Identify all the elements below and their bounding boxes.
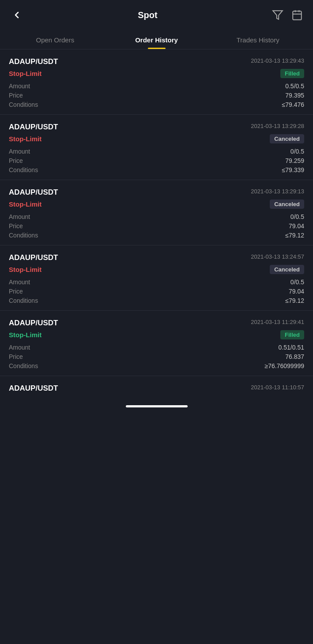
amount-value: 0/0.5: [290, 213, 304, 220]
tab-open-orders[interactable]: Open Orders: [4, 30, 106, 49]
order-item: ADAUP/USDT 2021-03-13 13:24:57 Stop-Limi…: [0, 245, 313, 311]
order-type-row: Stop-Limit Canceled: [9, 200, 304, 209]
conditions-value: ≤79.476: [282, 101, 304, 108]
order-type-row: Stop-Limit Filled: [9, 69, 304, 78]
conditions-row: Conditions ≤79.12: [9, 297, 304, 304]
price-label: Price: [9, 222, 23, 230]
order-pair: ADAUP/USDT: [9, 319, 58, 328]
status-badge: Canceled: [270, 134, 304, 143]
header: Spot: [0, 0, 313, 30]
tab-bar: Open Orders Order History Trades History: [0, 30, 313, 49]
order-time: 2021-03-13 13:24:57: [251, 253, 304, 260]
amount-row: Amount 0/0.5: [9, 213, 304, 220]
price-value: 79.259: [285, 157, 304, 164]
conditions-value: ≤79.339: [282, 166, 304, 173]
amount-label: Amount: [9, 279, 30, 286]
conditions-label: Conditions: [9, 362, 38, 369]
order-type: Stop-Limit: [9, 200, 41, 208]
conditions-value: ≤79.12: [285, 297, 304, 304]
order-header: ADAUP/USDT 2021-03-13 13:24:57: [9, 253, 304, 262]
order-type: Stop-Limit: [9, 266, 41, 273]
order-time: 2021-03-13 13:29:13: [251, 188, 304, 195]
amount-value: 0.5/0.5: [285, 83, 304, 90]
order-details: Amount 0/0.5 Price 79.04 Conditions ≤79.…: [9, 213, 304, 239]
amount-label: Amount: [9, 83, 30, 90]
price-row: Price 79.04: [9, 222, 304, 230]
price-label: Price: [9, 157, 23, 164]
conditions-row: Conditions ≤79.12: [9, 232, 304, 239]
page-title: Spot: [138, 10, 157, 20]
order-header: ADAUP/USDT 2021-03-13 13:29:13: [9, 188, 304, 197]
amount-row: Amount 0.5/0.5: [9, 83, 304, 90]
tab-order-history[interactable]: Order History: [106, 30, 207, 49]
order-header: ADAUP/USDT 2021-03-13 13:29:28: [9, 123, 304, 132]
order-header: ADAUP/USDT 2021-03-13 11:10:57: [9, 384, 304, 393]
order-header: ADAUP/USDT 2021-03-13 11:29:41: [9, 319, 304, 328]
order-pair: ADAUP/USDT: [9, 384, 58, 393]
amount-row: Amount 0.51/0.51: [9, 344, 304, 351]
svg-marker-0: [273, 11, 283, 19]
amount-label: Amount: [9, 344, 30, 351]
conditions-row: Conditions ≥76.76099999: [9, 362, 304, 369]
order-type: Stop-Limit: [9, 331, 41, 339]
svg-rect-1: [293, 11, 302, 20]
filter-button[interactable]: [271, 8, 285, 22]
tab-trades-history[interactable]: Trades History: [207, 30, 309, 49]
order-type-row: Stop-Limit Canceled: [9, 265, 304, 274]
price-row: Price 76.837: [9, 353, 304, 360]
header-actions: [271, 8, 304, 22]
order-item: ADAUP/USDT 2021-03-13 13:29:28 Stop-Limi…: [0, 115, 313, 180]
order-pair: ADAUP/USDT: [9, 188, 58, 197]
price-row: Price 79.04: [9, 288, 304, 295]
amount-row: Amount 0/0.5: [9, 279, 304, 286]
back-button[interactable]: [9, 7, 25, 23]
amount-row: Amount 0/0.5: [9, 148, 304, 155]
calendar-button[interactable]: [290, 8, 304, 22]
order-time: 2021-03-13 11:29:41: [251, 319, 304, 325]
conditions-label: Conditions: [9, 101, 38, 108]
price-value: 79.04: [289, 222, 304, 230]
order-details: Amount 0/0.5 Price 79.04 Conditions ≤79.…: [9, 279, 304, 304]
order-time: 2021-03-13 13:29:28: [251, 123, 304, 129]
order-details: Amount 0.5/0.5 Price 79.395 Conditions ≤…: [9, 83, 304, 108]
price-value: 79.04: [289, 288, 304, 295]
amount-value: 0.51/0.51: [279, 344, 304, 351]
amount-label: Amount: [9, 213, 30, 220]
amount-label: Amount: [9, 148, 30, 155]
conditions-label: Conditions: [9, 297, 38, 304]
price-label: Price: [9, 353, 23, 360]
price-value: 79.395: [285, 92, 304, 99]
conditions-row: Conditions ≤79.339: [9, 166, 304, 173]
order-item: ADAUP/USDT 2021-03-13 13:29:43 Stop-Limi…: [0, 49, 313, 115]
order-type: Stop-Limit: [9, 135, 41, 143]
price-row: Price 79.395: [9, 92, 304, 99]
status-badge: Filled: [280, 330, 304, 339]
order-pair: ADAUP/USDT: [9, 253, 58, 262]
order-list: ADAUP/USDT 2021-03-13 13:29:43 Stop-Limi…: [0, 49, 313, 400]
price-value: 76.837: [285, 353, 304, 360]
order-item: ADAUP/USDT 2021-03-13 13:29:13 Stop-Limi…: [0, 180, 313, 245]
order-header: ADAUP/USDT 2021-03-13 13:29:43: [9, 57, 304, 66]
bottom-bar: [0, 400, 313, 416]
status-badge: Canceled: [270, 265, 304, 274]
order-item: ADAUP/USDT 2021-03-13 11:29:41 Stop-Limi…: [0, 311, 313, 376]
conditions-value: ≤79.12: [285, 232, 304, 239]
amount-value: 0/0.5: [290, 279, 304, 286]
status-badge: Canceled: [270, 200, 304, 209]
order-type: Stop-Limit: [9, 70, 41, 77]
order-item-partial: ADAUP/USDT 2021-03-13 11:10:57: [0, 376, 313, 400]
order-details: Amount 0/0.5 Price 79.259 Conditions ≤79…: [9, 148, 304, 173]
price-row: Price 79.259: [9, 157, 304, 164]
order-time: 2021-03-13 11:10:57: [251, 384, 304, 391]
price-label: Price: [9, 288, 23, 295]
order-time: 2021-03-13 13:29:43: [251, 57, 304, 64]
order-details: Amount 0.51/0.51 Price 76.837 Conditions…: [9, 344, 304, 369]
order-type-row: Stop-Limit Filled: [9, 330, 304, 339]
order-type-row: Stop-Limit Canceled: [9, 134, 304, 143]
conditions-label: Conditions: [9, 232, 38, 239]
home-indicator: [126, 405, 188, 407]
order-pair: ADAUP/USDT: [9, 57, 58, 66]
conditions-label: Conditions: [9, 166, 38, 173]
conditions-value: ≥76.76099999: [265, 362, 304, 369]
conditions-row: Conditions ≤79.476: [9, 101, 304, 108]
